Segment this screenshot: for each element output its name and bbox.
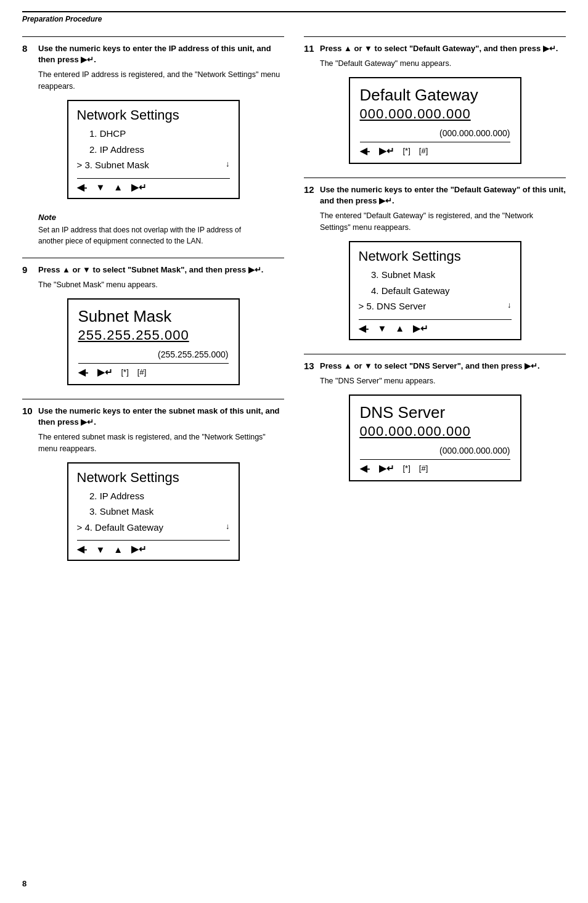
star-bracket-9: [*]	[121, 367, 129, 377]
step-8-desc: The entered IP address is registered, an…	[38, 69, 284, 92]
step-13-number: 13	[304, 361, 315, 371]
step-8-box-title: Network Settings	[77, 107, 230, 123]
step-12-btn-row: ◀- ▼ ▲ ▶↵	[359, 319, 512, 334]
step-11-block: 11 Press ▲ or ▼ to select "Default Gatew…	[304, 36, 566, 164]
step-8-header: 8 Use the numeric keys to enter the IP a…	[22, 43, 284, 65]
step-13-entry-box: DNS Server 000.000.000.000 (000.000.000.…	[349, 394, 521, 481]
back-button-icon: ◀-	[77, 182, 88, 193]
step-11-number: 11	[304, 43, 315, 54]
step-12-title: Use the numeric keys to enter the "Defau…	[320, 184, 566, 206]
step-10-box-title: Network Settings	[77, 470, 230, 486]
scroll-indicator-10: ↓	[226, 520, 230, 533]
step-12-block: 12 Use the numeric keys to enter the "De…	[304, 178, 566, 340]
back-button-icon-11: ◀-	[360, 145, 370, 157]
step-9-entry-prev: (255.255.255.000)	[78, 349, 229, 359]
step-9-block: 9 Press ▲ or ▼ to select "Subnet Mask", …	[22, 258, 284, 385]
down-button-icon-10: ▼	[96, 544, 105, 555]
scroll-indicator: ↓	[226, 157, 230, 171]
step-10-btn-row: ◀- ▼ ▲ ▶↵	[77, 540, 230, 555]
page-number: 8	[22, 879, 27, 888]
down-button-icon: ▼	[96, 182, 105, 192]
step-11-entry-title: Default Gateway	[360, 86, 510, 105]
step-8-menu-item-2: 2. IP Address	[77, 142, 230, 158]
step-13-header: 13 Press ▲ or ▼ to select "DNS Server", …	[304, 361, 566, 372]
step-8-menu-item-3: > 3. Subnet Mask ↓	[77, 157, 230, 173]
step-12-box-title: Network Settings	[359, 248, 512, 264]
hash-bracket-11: [#]	[419, 146, 428, 155]
step-10-menu-item-3: > 4. Default Gateway ↓	[77, 520, 230, 536]
step-11-entry-prev: (000.000.000.000)	[360, 128, 510, 138]
back-button-icon-13: ◀-	[360, 463, 370, 474]
step-11-title: Press ▲ or ▼ to select "Default Gateway"…	[320, 43, 558, 54]
step-11-entry-value: 000.000.000.000	[360, 106, 510, 122]
step-8-block: 8 Use the numeric keys to enter the IP a…	[22, 36, 284, 199]
step-10-header: 10 Use the numeric keys to enter the sub…	[22, 406, 284, 428]
enter-button-icon-12: ▶↵	[413, 323, 428, 334]
step-10-menu-item-2: 3. Subnet Mask	[77, 504, 230, 520]
step-10-menu-item-1: 2. IP Address	[77, 488, 230, 504]
step-9-desc: The "Subnet Mask" menu appears.	[38, 279, 284, 291]
page: Preparation Procedure 8 Use the numeric …	[0, 0, 588, 903]
enter-button-icon-10: ▶↵	[131, 544, 147, 555]
step-8-title: Use the numeric keys to enter the IP add…	[38, 43, 284, 65]
step-11-entry-box: Default Gateway 000.000.000.000 (000.000…	[349, 77, 521, 164]
note-label: Note	[38, 213, 268, 222]
step-10-block: 10 Use the numeric keys to enter the sub…	[22, 399, 284, 562]
step-13-entry-title: DNS Server	[360, 403, 510, 422]
step-12-header: 12 Use the numeric keys to enter the "De…	[304, 184, 566, 206]
step-12-menu-item-1: 3. Subnet Mask	[359, 267, 512, 283]
step-9-number: 9	[22, 264, 33, 275]
enter-button-icon-11: ▶↵	[379, 145, 394, 157]
up-button-icon: ▲	[113, 182, 123, 192]
step-10-menu-box: Network Settings 2. IP Address 3. Subnet…	[67, 462, 240, 562]
step-11-desc: The "Default Gateway" menu appears.	[320, 58, 566, 70]
scroll-indicator-12: ↓	[507, 298, 512, 312]
content-columns: 8 Use the numeric keys to enter the IP a…	[22, 36, 566, 574]
step-10-title: Use the numeric keys to enter the subnet…	[38, 406, 284, 428]
step-13-entry-value: 000.000.000.000	[360, 423, 510, 439]
back-button-icon-10: ◀-	[77, 544, 88, 555]
note-block: Note Set an IP address that does not ove…	[38, 213, 268, 247]
up-button-icon-10: ▲	[113, 544, 123, 555]
step-13-title: Press ▲ or ▼ to select "DNS Server", and…	[320, 361, 540, 372]
star-bracket-13: [*]	[403, 464, 410, 473]
enter-button-icon-9: ▶↵	[97, 367, 113, 378]
left-column: 8 Use the numeric keys to enter the IP a…	[22, 36, 284, 574]
enter-button-icon: ▶↵	[131, 182, 147, 193]
down-button-icon-12: ▼	[378, 323, 387, 333]
enter-button-icon-13: ▶↵	[379, 463, 394, 474]
step-8-btn-row: ◀- ▼ ▲ ▶↵	[77, 178, 230, 193]
step-9-btn-row: ◀- ▶↵ [*] [#]	[78, 363, 229, 378]
step-12-menu-item-3: > 5. DNS Server ↓	[359, 298, 512, 314]
step-8-menu-item-1: 1. DHCP	[77, 126, 230, 142]
step-9-entry-value: 255.255.255.000	[78, 327, 229, 343]
step-10-desc: The entered subnet mask is registered, a…	[38, 431, 284, 455]
step-11-header: 11 Press ▲ or ▼ to select "Default Gatew…	[304, 43, 566, 54]
back-button-icon-9: ◀-	[78, 367, 89, 378]
step-12-desc: The entered "Default Gateway" is registe…	[320, 210, 566, 234]
header-label: Preparation Procedure	[22, 15, 102, 23]
step-9-entry-title: Subnet Mask	[78, 307, 229, 326]
step-11-btn-row: ◀- ▶↵ [*] [#]	[360, 142, 510, 157]
step-9-title: Press ▲ or ▼ to select "Subnet Mask", an…	[38, 264, 263, 276]
step-13-btn-row: ◀- ▶↵ [*] [#]	[360, 459, 510, 474]
step-12-menu-box: Network Settings 3. Subnet Mask 4. Defau…	[349, 241, 521, 340]
step-10-number: 10	[22, 406, 33, 416]
right-column: 11 Press ▲ or ▼ to select "Default Gatew…	[304, 36, 566, 574]
note-text: Set an IP address that does not overlap …	[38, 224, 268, 247]
header-bar: Preparation Procedure	[22, 11, 566, 25]
step-9-entry-box: Subnet Mask 255.255.255.000 (255.255.255…	[67, 298, 240, 385]
step-13-block: 13 Press ▲ or ▼ to select "DNS Server", …	[304, 354, 566, 481]
step-12-number: 12	[304, 184, 315, 195]
step-8-number: 8	[22, 43, 33, 54]
step-9-header: 9 Press ▲ or ▼ to select "Subnet Mask", …	[22, 264, 284, 276]
step-12-menu-item-2: 4. Default Gateway	[359, 283, 512, 299]
step-13-desc: The "DNS Server" menu appears.	[320, 375, 566, 387]
up-button-icon-12: ▲	[395, 323, 404, 333]
step-13-entry-prev: (000.000.000.000)	[360, 446, 510, 456]
star-bracket-11: [*]	[403, 146, 410, 155]
step-8-menu-box: Network Settings 1. DHCP 2. IP Address >…	[67, 100, 240, 199]
hash-bracket-9: [#]	[137, 367, 146, 377]
back-button-icon-12: ◀-	[359, 323, 369, 334]
hash-bracket-13: [#]	[419, 464, 428, 473]
